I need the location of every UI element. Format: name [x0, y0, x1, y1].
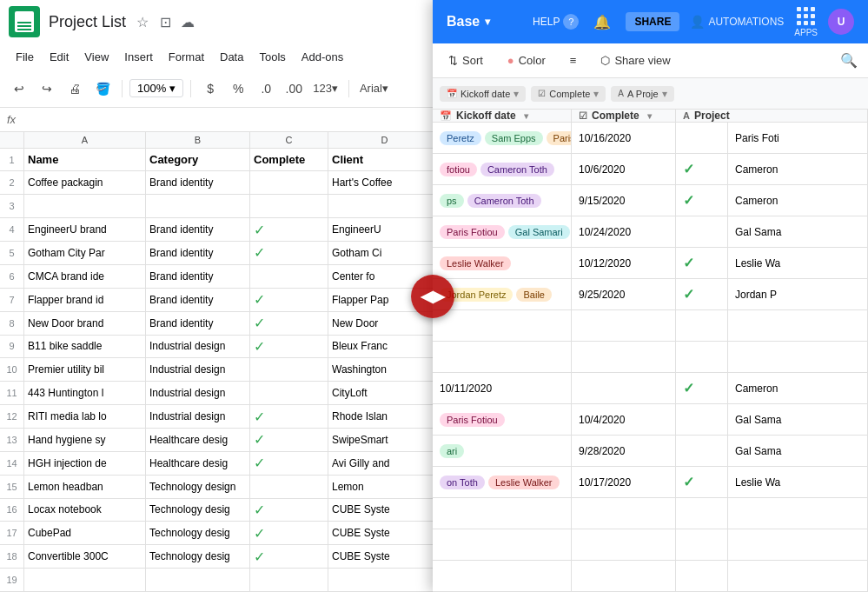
grid-cell[interactable]	[250, 195, 328, 217]
share-view-button[interactable]: ⬡ Share view	[595, 50, 675, 70]
filter-proj-close[interactable]: ▾	[662, 88, 667, 100]
grid-row[interactable]: 10Premier utility bilIndustrial designWa…	[0, 358, 443, 382]
grid-cell[interactable]: HGH injection de	[24, 452, 146, 475]
menu-file[interactable]: File	[9, 48, 41, 66]
grid-row[interactable]: 18Convertible 300CTechnology desig✓CUBE …	[0, 545, 443, 569]
grid-cell[interactable]: Client	[328, 149, 441, 171]
grid-row[interactable]: 17CubePadTechnology desig✓CUBE Syste	[0, 522, 443, 545]
grid-cell[interactable]: Brand identity	[146, 218, 250, 241]
grid-row[interactable]: 2Coffee packaginBrand identityHart's Cof…	[0, 171, 443, 195]
grid-cell[interactable]	[146, 195, 250, 217]
zoom-control[interactable]: 100% ▾	[129, 79, 183, 97]
grid-cell[interactable]: Industrial design	[146, 336, 250, 358]
font-selector[interactable]: Arial▾	[356, 82, 392, 95]
grid-row[interactable]: 16Locax notebookTechnology desig✓CUBE Sy…	[0, 499, 443, 522]
grid-row[interactable]: 14HGH injection deHealthcare desig✓Avi G…	[0, 452, 443, 476]
grid-cell[interactable]	[24, 195, 146, 217]
at-table-row[interactable]: on TothLeslie Walker10/17/2020✓Leslie Wa	[433, 467, 868, 498]
grid-cell[interactable]: ✓	[250, 522, 328, 544]
menu-data[interactable]: Data	[213, 48, 250, 66]
grid-cell[interactable]: 443 Huntington l	[24, 382, 146, 404]
grid-row[interactable]: 1NameCategoryCompleteClient	[0, 149, 443, 172]
grid-cell[interactable]: CUBE Syste	[328, 522, 441, 544]
grid-cell[interactable]	[250, 476, 328, 498]
grid-row[interactable]: 3	[0, 195, 443, 218]
at-table-row[interactable]: 10/11/2020✓Cameron	[433, 373, 868, 404]
grid-cell[interactable]: Washington	[328, 358, 441, 381]
print-button[interactable]: 🖨	[63, 76, 87, 101]
grid-cell[interactable]: Locax notebook	[24, 499, 146, 522]
complete-col-dropdown[interactable]: ▾	[647, 111, 652, 121]
grid-cell[interactable]: Brand identity	[146, 265, 250, 288]
at-col-proj[interactable]: A Project	[676, 110, 868, 122]
grid-cell[interactable]	[24, 569, 146, 591]
grid-cell[interactable]: Technology desig	[146, 545, 250, 568]
grid-cell[interactable]: Flapper brand id	[24, 289, 146, 311]
grid-row[interactable]: 11443 Huntington lIndustrial designCityL…	[0, 382, 443, 405]
filter-pill-proj[interactable]: A A Proje ▾	[611, 86, 673, 102]
base-dropdown-icon[interactable]: ▾	[485, 16, 490, 28]
kickoff-col-dropdown[interactable]: ▾	[524, 111, 528, 121]
grid-cell[interactable]: SwipeSmart	[328, 429, 441, 451]
at-table-row[interactable]: ari9/28/2020Gal Sama	[433, 436, 868, 467]
currency-button[interactable]: $	[198, 76, 222, 101]
at-table-row[interactable]	[433, 561, 868, 592]
decimal-inc-button[interactable]: .00	[282, 76, 306, 101]
automations-button[interactable]: 👤 AUTOMATIONS	[690, 15, 784, 29]
grid-row[interactable]: 19	[0, 569, 443, 592]
filter-pill-complete[interactable]: ☑ Complete ▾	[531, 86, 606, 102]
grid-cell[interactable]: Industrial design	[146, 405, 250, 428]
grid-cell[interactable]: ✓	[250, 218, 328, 241]
grid-row[interactable]: 7Flapper brand idBrand identity✓Flapper …	[0, 289, 443, 312]
grid-cell[interactable]: CityLoft	[328, 382, 441, 404]
grid-cell[interactable]: CMCA brand ide	[24, 265, 146, 288]
grid-cell[interactable]: RITI media lab lo	[24, 405, 146, 428]
grid-cell[interactable]: Brand identity	[146, 171, 250, 194]
col-header-C[interactable]: C	[250, 132, 328, 148]
grid-cell[interactable]: Gotham Ci	[328, 242, 441, 264]
grid-cell[interactable]: ✓	[250, 336, 328, 358]
at-table-row[interactable]: Leslie Walker10/12/2020✓Leslie Wa	[433, 248, 868, 279]
grid-cell[interactable]	[250, 358, 328, 381]
grid-cell[interactable]: Brand identity	[146, 312, 250, 335]
search-button[interactable]: 🔍	[840, 52, 858, 69]
cloud-icon[interactable]: ☁	[180, 14, 195, 30]
grid-cell[interactable]: Technology desig	[146, 499, 250, 522]
color-button[interactable]: ● Color	[502, 50, 551, 70]
filter-kickoff-close[interactable]: ▾	[514, 88, 519, 100]
share-button[interactable]: SHARE	[626, 12, 679, 31]
at-table-row[interactable]	[433, 342, 868, 373]
menu-view[interactable]: View	[77, 48, 116, 66]
grid-cell[interactable]	[250, 171, 328, 194]
at-table-row[interactable]: PeretzSam EppsParis10/16/2020Paris Foti	[433, 123, 868, 154]
redo-button[interactable]: ↪	[35, 76, 59, 101]
formula-input[interactable]	[23, 113, 436, 126]
toggle-overlay[interactable]: ◀▶	[411, 275, 454, 318]
grid-cell[interactable]: ✓	[250, 452, 328, 475]
grid-cell[interactable]: Technology design	[146, 476, 250, 498]
grid-cell[interactable]: Healthcare desig	[146, 429, 250, 451]
grid-cell[interactable]: ✓	[250, 289, 328, 311]
col-header-B[interactable]: B	[146, 132, 250, 148]
col-header-D[interactable]: D	[328, 132, 441, 148]
menu-format[interactable]: Format	[162, 48, 211, 66]
grid-cell[interactable]: ✓	[250, 545, 328, 568]
grid-row[interactable]: 8New Door brandBrand identity✓New Door	[0, 312, 443, 336]
help-button[interactable]: HELP ?	[533, 14, 579, 30]
at-table-row[interactable]	[433, 529, 868, 561]
grid-row[interactable]: 6CMCA brand ideBrand identityCenter fo	[0, 265, 443, 289]
grid-row[interactable]: 9B11 bike saddleIndustrial design✓Bleux …	[0, 336, 443, 359]
grid-cell[interactable]: Bleux Franc	[328, 336, 441, 358]
grid-cell[interactable]: Hart's Coffee	[328, 171, 441, 194]
grid-cell[interactable]	[328, 195, 441, 217]
user-avatar[interactable]: U	[828, 9, 854, 35]
filter-pill-kickoff[interactable]: 📅 Kickoff date ▾	[440, 86, 526, 102]
percent-button[interactable]: %	[226, 76, 250, 101]
undo-button[interactable]: ↩	[7, 76, 31, 101]
at-table-row[interactable]	[433, 498, 868, 529]
grid-row[interactable]: 15Lemon headbanTechnology designLemon	[0, 476, 443, 499]
grid-cell[interactable]: Avi Gilly and	[328, 452, 441, 475]
grid-cell[interactable]: Healthcare desig	[146, 452, 250, 475]
grid-cell[interactable]: CubePad	[24, 522, 146, 544]
grid-cell[interactable]	[250, 569, 328, 591]
